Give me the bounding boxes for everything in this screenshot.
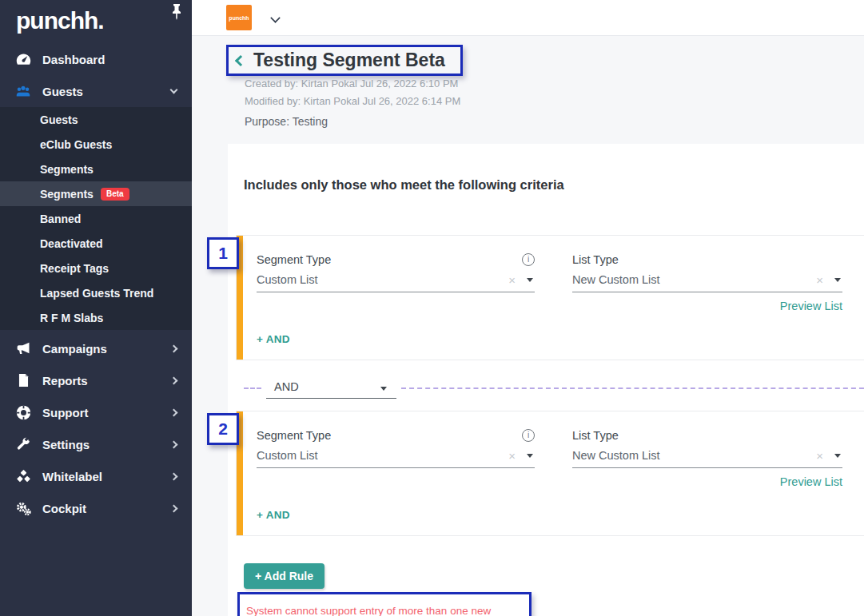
- submenu-item-receipt-tags[interactable]: Receipt Tags: [0, 256, 192, 280]
- error-message: System cannot support entry of more than…: [246, 605, 491, 616]
- settings-icon: [14, 435, 32, 453]
- sidebar-item-cockpit[interactable]: Cockpit: [0, 492, 192, 524]
- list-type-value: New Custom List: [572, 273, 816, 286]
- chevron-right-icon: [170, 376, 178, 384]
- connector-select[interactable]: AND: [266, 380, 396, 399]
- screen: punchh. Dashboard Guests Gue: [0, 0, 864, 616]
- submenu-item-label: R F M Slabs: [40, 312, 103, 324]
- submenu-item-label: Banned: [40, 213, 81, 225]
- content-area: Testing Segment Beta Created by: Kirtan …: [192, 36, 864, 616]
- sidebar-item-label: Dashboard: [42, 53, 179, 66]
- submenu-item-label: Segments: [40, 188, 94, 201]
- submenu-item-label: Receipt Tags: [40, 262, 109, 275]
- sidebar-item-label: Guests: [42, 85, 171, 98]
- reports-icon: [14, 372, 32, 389]
- sidebar-item-label: Cockpit: [42, 502, 171, 515]
- info-icon[interactable]: i: [522, 429, 535, 442]
- sidebar: punchh. Dashboard Guests Gue: [0, 0, 192, 616]
- criteria-heading: Includes only those who meet the followi…: [244, 177, 864, 193]
- segment-type-value: Custom List: [257, 449, 508, 462]
- created-by-line: Created by: Kirtan Pokal Jul 26, 2022 6:…: [245, 77, 458, 89]
- clear-icon[interactable]: ×: [816, 274, 823, 286]
- submenu-item-deactivated[interactable]: Deactivated: [0, 231, 192, 256]
- list-type-value: New Custom List: [572, 449, 816, 462]
- clear-icon[interactable]: ×: [508, 274, 516, 286]
- add-and-link[interactable]: + AND: [257, 333, 864, 345]
- back-button[interactable]: [235, 54, 246, 66]
- brand-chevron-down-icon[interactable]: [270, 13, 280, 22]
- chevron-down-icon: [170, 86, 178, 94]
- rule-connector: AND: [244, 375, 864, 399]
- submenu-item-label: Lapsed Guests Trend: [40, 287, 153, 300]
- submenu-item-segments-beta[interactable]: Segments Beta: [0, 181, 192, 206]
- segment-type-select[interactable]: Custom List ×: [257, 273, 535, 292]
- caret-down-icon: [380, 387, 387, 391]
- annotation-box-2: 2: [207, 413, 239, 445]
- sidebar-item-reports[interactable]: Reports: [0, 364, 192, 396]
- chevron-right-icon: [170, 408, 178, 416]
- segment-type-label: Segment Type: [257, 253, 331, 266]
- submenu-item-banned[interactable]: Banned: [0, 206, 192, 231]
- page-title: Testing Segment Beta: [253, 50, 445, 71]
- campaigns-icon: [14, 340, 32, 357]
- list-type-select[interactable]: New Custom List ×: [572, 273, 842, 292]
- dashed-line: [401, 387, 864, 389]
- submenu-item-label: Guests: [40, 113, 78, 126]
- chevron-right-icon: [170, 504, 178, 512]
- cockpit-icon: [14, 499, 32, 517]
- sidebar-item-dashboard[interactable]: Dashboard: [0, 43, 192, 75]
- criteria-card: Includes only those who meet the followi…: [228, 144, 864, 616]
- sidebar-item-guests[interactable]: Guests: [0, 75, 192, 107]
- sidebar-nav-lower: Campaigns Reports Support: [0, 332, 192, 524]
- preview-list-link[interactable]: Preview List: [572, 475, 842, 488]
- sidebar-item-label: Support: [42, 406, 171, 419]
- submenu-item-label: Segments: [40, 163, 94, 176]
- beta-badge: Beta: [101, 188, 129, 201]
- segment-type-select[interactable]: Custom List ×: [257, 449, 535, 468]
- submenu-item-segments[interactable]: Segments: [0, 157, 192, 181]
- sidebar-item-whitelabel[interactable]: Whitelabel: [0, 460, 192, 492]
- dashed-line: [244, 387, 261, 389]
- submenu-item-rfm-slabs[interactable]: R F M Slabs: [0, 305, 192, 330]
- submenu-item-label: eClub Guests: [40, 138, 112, 151]
- segment-type-value: Custom List: [257, 273, 508, 286]
- caret-down-icon: [834, 278, 841, 282]
- caret-down-icon: [527, 454, 533, 458]
- submenu-item-lapsed-guests-trend[interactable]: Lapsed Guests Trend: [0, 280, 192, 305]
- whitelabel-icon: [14, 467, 32, 485]
- annotation-box-title: Testing Segment Beta: [226, 45, 463, 76]
- submenu-item-guests[interactable]: Guests: [0, 107, 192, 132]
- guests-icon: [14, 82, 32, 100]
- sidebar-item-support[interactable]: Support: [0, 396, 192, 428]
- modified-by-line: Modified by: Kirtan Pokal Jul 26, 2022 6…: [245, 95, 460, 107]
- list-type-select[interactable]: New Custom List ×: [572, 449, 842, 468]
- pin-icon[interactable]: [169, 3, 185, 21]
- sidebar-item-settings[interactable]: Settings: [0, 428, 192, 460]
- sidebar-item-label: Whitelabel: [42, 470, 171, 483]
- add-and-link[interactable]: + AND: [257, 509, 864, 521]
- support-icon: [14, 403, 32, 421]
- list-type-label: List Type: [572, 253, 619, 266]
- purpose-line: Purpose: Testing: [245, 115, 328, 128]
- submenu-item-eclub-guests[interactable]: eClub Guests: [0, 132, 192, 157]
- sidebar-item-label: Campaigns: [42, 342, 171, 356]
- sidebar-item-campaigns[interactable]: Campaigns: [0, 332, 192, 364]
- segment-type-label: Segment Type: [257, 429, 331, 442]
- guests-submenu: Guests eClub Guests Segments Segments Be…: [0, 107, 192, 330]
- clear-icon[interactable]: ×: [816, 450, 823, 462]
- chevron-right-icon: [170, 344, 178, 352]
- chevron-right-icon: [170, 440, 178, 448]
- info-icon[interactable]: i: [522, 253, 535, 266]
- annotation-box-1: 1: [207, 237, 239, 269]
- rule-panel-2: 2 Segment Type i Custom List: [236, 411, 864, 536]
- sidebar-logo-row: punchh.: [0, 0, 192, 40]
- chevron-right-icon: [170, 472, 178, 480]
- caret-down-icon: [527, 278, 533, 282]
- add-rule-button[interactable]: + Add Rule: [244, 563, 324, 589]
- annotation-box-error: System cannot support entry of more than…: [237, 592, 532, 616]
- submenu-item-label: Deactivated: [40, 237, 103, 250]
- brand-logo[interactable]: punchh: [226, 5, 252, 30]
- rule-panel-1: 1 Segment Type i Custom List: [236, 235, 864, 360]
- clear-icon[interactable]: ×: [508, 450, 516, 462]
- preview-list-link[interactable]: Preview List: [572, 300, 842, 312]
